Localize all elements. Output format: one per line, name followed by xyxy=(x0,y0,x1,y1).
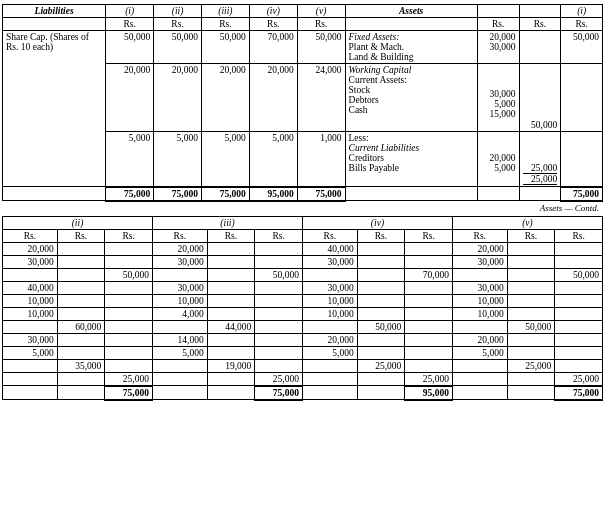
assets-rs-c: Rs. xyxy=(561,18,603,31)
assets-total-label xyxy=(345,187,477,201)
b-iv-r4-2 xyxy=(357,294,405,307)
b-iv-sub1-2 xyxy=(357,268,405,281)
deben-v: 1,000 xyxy=(297,132,345,187)
b-v-r3-3 xyxy=(555,281,603,294)
cl-col2: 25,000 25,000 xyxy=(519,132,561,187)
share-cap-iv: 70,000 xyxy=(249,31,297,64)
liab-rs-blank xyxy=(3,18,106,31)
share-cap-v: 50,000 xyxy=(297,31,345,64)
b-iv-r5-3 xyxy=(405,307,453,320)
rs-i: Rs. xyxy=(106,18,154,31)
deben-iii: 5,000 xyxy=(201,132,249,187)
totals-row: 75,000 75,000 75,000 95,000 75,000 75,00… xyxy=(3,187,603,201)
b-v-r4-3 xyxy=(555,294,603,307)
b-iv-t3: 95,000 xyxy=(405,386,453,400)
fixed-assets-col1: 20,000 30,000 xyxy=(477,31,519,64)
b-v-r5: 10,000 xyxy=(452,307,507,320)
b-ii-r5-2 xyxy=(57,307,105,320)
pref-v: 24,000 xyxy=(297,64,345,132)
cl-col3 xyxy=(561,132,603,187)
b-rs-iii-1: Rs. xyxy=(152,229,207,242)
bottom-ii-header: (ii) xyxy=(3,216,153,229)
b-iv-sub1-1 xyxy=(302,268,357,281)
b-rs-iv-1: Rs. xyxy=(302,229,357,242)
b-ii-r6-2 xyxy=(57,333,105,346)
b-row-total: 75,000 75,000 95,000 75,000 xyxy=(3,386,603,400)
b-ii-r1-2 xyxy=(57,242,105,255)
b-iv-r1-3 xyxy=(405,242,453,255)
b-iv-sub3-2: 25,000 xyxy=(357,359,405,372)
b-ii-t1 xyxy=(3,386,58,400)
share-cap-i: 50,000 xyxy=(106,31,154,64)
b-iv-r4-3 xyxy=(405,294,453,307)
b-v-r7: 5,000 xyxy=(452,346,507,359)
wc-col3 xyxy=(561,64,603,132)
b-iv-r6: 20,000 xyxy=(302,333,357,346)
b-v-sub4-2 xyxy=(507,372,555,386)
share-cap-iii: 50,000 xyxy=(201,31,249,64)
b-v-r5-2 xyxy=(507,307,555,320)
page-wrapper: Liabilities (i) (ii) (iii) (iv) (v) xyxy=(0,0,605,405)
b-iii-r1-3 xyxy=(255,242,303,255)
b-iv-sub1-3: 70,000 xyxy=(405,268,453,281)
share-cap-label: Share Cap. (Shares of Rs. 10 each) xyxy=(3,31,106,187)
wc-col2: 50,000 xyxy=(519,64,561,132)
share-cap-row: Share Cap. (Shares of Rs. 10 each) 50,00… xyxy=(3,31,603,64)
total-ii: 75,000 xyxy=(154,187,202,201)
b-ii-r4: 10,000 xyxy=(3,294,58,307)
b-iv-r7-2 xyxy=(357,346,405,359)
b-ii-sub3-2: 35,000 xyxy=(57,359,105,372)
b-v-r6-2 xyxy=(507,333,555,346)
col-i-header: (i) xyxy=(106,5,154,18)
b-iv-r3-3 xyxy=(405,281,453,294)
b-iii-r1-2 xyxy=(207,242,255,255)
b-ii-r5-3 xyxy=(105,307,153,320)
b-ii-sub1-2 xyxy=(57,268,105,281)
b-iii-r2-2 xyxy=(207,255,255,268)
b-v-r2-2 xyxy=(507,255,555,268)
col-iv-header: (iv) xyxy=(249,5,297,18)
b-iii-t1 xyxy=(152,386,207,400)
b-iii-r3-3 xyxy=(255,281,303,294)
deben-ii: 5,000 xyxy=(154,132,202,187)
b-v-r7-3 xyxy=(555,346,603,359)
b-iv-r5-2 xyxy=(357,307,405,320)
b-ii-t3: 75,000 xyxy=(105,386,153,400)
b-v-r6: 20,000 xyxy=(452,333,507,346)
b-row-sub2: 60,000 44,000 50,000 50,000 xyxy=(3,320,603,333)
b-iii-t2 xyxy=(207,386,255,400)
b-ii-r2-2 xyxy=(57,255,105,268)
b-ii-sub4-3: 25,000 xyxy=(105,372,153,386)
b-iv-sub2-3 xyxy=(405,320,453,333)
b-ii-sub3-1 xyxy=(3,359,58,372)
wc-label: Working Capital Current Assets: Stock De… xyxy=(345,64,477,132)
pref-iii: 20,000 xyxy=(201,64,249,132)
b-ii-r4-2 xyxy=(57,294,105,307)
b-iii-sub1-3: 50,000 xyxy=(255,268,303,281)
cl-col1: 20,000 5,000 xyxy=(477,132,519,187)
deben-i: 5,000 xyxy=(106,132,154,187)
assets-col-i-header: (i) xyxy=(561,5,603,18)
b-v-sub3-1 xyxy=(452,359,507,372)
b-iv-sub4-2 xyxy=(357,372,405,386)
total-i: 75,000 xyxy=(106,187,154,201)
b-row1: 20,000 20,000 40,000 20,000 xyxy=(3,242,603,255)
b-iv-r6-2 xyxy=(357,333,405,346)
share-cap-ii: 50,000 xyxy=(154,31,202,64)
b-rs-iii-3: Rs. xyxy=(255,229,303,242)
header-row: Liabilities (i) (ii) (iii) (iv) (v) xyxy=(3,5,603,18)
totals-label xyxy=(3,187,106,201)
b-ii-r1-3 xyxy=(105,242,153,255)
pref-i: 20,000 xyxy=(106,64,154,132)
b-iii-r6-2 xyxy=(207,333,255,346)
b-v-sub2-2: 50,000 xyxy=(507,320,555,333)
b-iii-sub3-2: 19,000 xyxy=(207,359,255,372)
b-iii-r7-2 xyxy=(207,346,255,359)
pref-ii: 20,000 xyxy=(154,64,202,132)
b-iii-r2-3 xyxy=(255,255,303,268)
b-ii-sub4-2 xyxy=(57,372,105,386)
b-ii-r3: 40,000 xyxy=(3,281,58,294)
assets-rs-b: Rs. xyxy=(519,18,561,31)
b-ii-sub1-1 xyxy=(3,268,58,281)
b-rs-ii-1: Rs. xyxy=(3,229,58,242)
